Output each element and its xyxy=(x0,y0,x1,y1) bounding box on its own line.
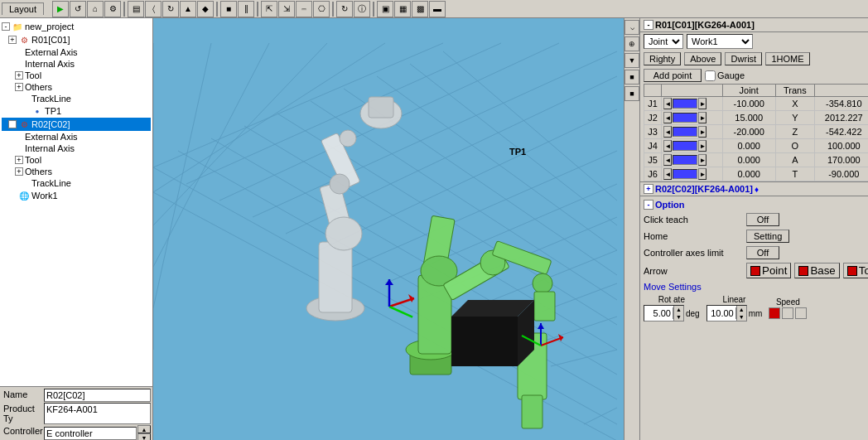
tree-item-r02[interactable]: -⚙R02[C02] xyxy=(2,118,151,131)
rect-icon[interactable]: ■ xyxy=(220,1,237,17)
speed-box-1[interactable] xyxy=(769,307,780,319)
above-btn[interactable]: Above xyxy=(684,52,721,65)
tree-expand-tool_2[interactable]: + xyxy=(15,156,23,164)
tree-item-others_1[interactable]: +Others xyxy=(2,81,151,93)
tree-expand-r02[interactable]: - xyxy=(8,120,17,128)
gauge-checkbox[interactable] xyxy=(705,70,716,81)
joint-controls-J1[interactable]: ◄ ► xyxy=(662,97,722,111)
scroll-down-btn[interactable]: ▼ xyxy=(137,433,151,440)
side-icon-2[interactable]: ⊕ xyxy=(624,36,639,51)
linear-arrows[interactable]: ▲ ▼ xyxy=(736,306,746,321)
joint-controls-J5[interactable]: ◄ ► xyxy=(662,153,722,167)
tree-expand-r01[interactable]: + xyxy=(8,36,17,44)
joint-left-J3[interactable]: ◄ xyxy=(663,126,672,138)
joint-left-J1[interactable]: ◄ xyxy=(663,98,672,109)
joint-right-J5[interactable]: ► xyxy=(698,154,706,166)
view-icon[interactable]: 〈 xyxy=(145,1,162,17)
tree-item-tool_1[interactable]: +Tool xyxy=(2,70,151,81)
joint-controls-J4[interactable]: ◄ ► xyxy=(662,139,722,153)
tree-expand-others_2[interactable]: + xyxy=(15,167,23,176)
home-setting-btn[interactable]: Setting xyxy=(746,230,789,243)
sq1-icon[interactable]: ▣ xyxy=(377,1,393,17)
joint-controls-J2[interactable]: ◄ ► xyxy=(662,111,722,125)
linear-down-btn[interactable]: ▼ xyxy=(736,313,746,321)
tree-item-trackline_2[interactable]: TrackLine xyxy=(2,177,151,189)
tool-arrow-btn[interactable]: Tool xyxy=(843,263,868,278)
joint-right-J1[interactable]: ► xyxy=(698,98,706,109)
side-icon-1[interactable]: ⌵ xyxy=(624,20,639,35)
sq4-icon[interactable]: ▬ xyxy=(429,1,446,17)
add-point-btn[interactable]: Add point xyxy=(644,69,702,82)
joint-controls-J6[interactable]: ◄ ► xyxy=(662,167,722,181)
tree-item-root[interactable]: -📁new_project xyxy=(2,20,151,33)
grid-icon[interactable]: ▤ xyxy=(128,1,144,17)
joint-left-J6[interactable]: ◄ xyxy=(663,168,672,180)
scroll-up-btn[interactable]: ▲ xyxy=(137,425,151,433)
arr2-icon[interactable]: ⇲ xyxy=(278,1,295,17)
info-icon[interactable]: ⓘ xyxy=(354,1,370,17)
side-icon-4[interactable]: ■ xyxy=(624,70,639,85)
joint-left-J4[interactable]: ◄ xyxy=(663,140,672,152)
rotate-icon[interactable]: ↻ xyxy=(162,1,179,17)
tree-expand-tool_1[interactable]: + xyxy=(15,71,23,80)
linear-spinbox[interactable]: 10.00 ▲ ▼ xyxy=(706,305,747,322)
sq2-icon[interactable]: ▦ xyxy=(394,1,411,17)
joint-right-J6[interactable]: ► xyxy=(698,168,706,180)
joint-left-J5[interactable]: ◄ xyxy=(663,154,672,166)
rotate-arrows[interactable]: ▲ ▼ xyxy=(673,306,683,321)
refresh-icon[interactable]: ▶ xyxy=(52,1,69,17)
base-arrow-btn[interactable]: Base xyxy=(794,263,839,278)
tree-expand-root[interactable]: - xyxy=(2,22,10,31)
joint-right-J4[interactable]: ► xyxy=(698,140,706,152)
undo-icon[interactable]: ↺ xyxy=(70,1,86,17)
arr1-icon[interactable]: ⇱ xyxy=(261,1,277,17)
layout-tab[interactable]: Layout xyxy=(2,2,44,15)
triangle-icon[interactable]: ▲ xyxy=(180,1,196,17)
viewport[interactable]: TP1 xyxy=(153,18,624,440)
rotate-spinbox[interactable]: 5.00 ▲ ▼ xyxy=(644,305,684,322)
joint-mode-select[interactable]: Joint xyxy=(644,34,683,49)
option-collapse-btn[interactable]: - xyxy=(644,200,653,210)
click-teach-btn[interactable]: Off xyxy=(746,213,779,226)
tree-item-work1[interactable]: 🌐Work1 xyxy=(2,189,151,202)
side-icon-5[interactable]: ■ xyxy=(624,86,639,101)
work-select[interactable]: Work1 xyxy=(687,34,753,49)
cycle-icon[interactable]: ↻ xyxy=(336,1,353,17)
rotate-up-btn[interactable]: ▲ xyxy=(673,306,683,313)
speed-box-3[interactable] xyxy=(795,307,807,319)
move-settings-label[interactable]: Move Settings xyxy=(644,280,868,293)
collapse-btn-2[interactable]: + xyxy=(644,184,653,194)
tree-item-int_axis_1[interactable]: Internal Axis xyxy=(2,58,151,70)
dwrist-btn[interactable]: Dwrist xyxy=(725,52,762,65)
joint-left-J2[interactable]: ◄ xyxy=(663,112,672,123)
copy-icon[interactable]: ⎓ xyxy=(296,1,312,17)
tree-item-int_axis_2[interactable]: Internal Axis xyxy=(2,143,151,154)
home-btn[interactable]: 1HOME xyxy=(765,52,809,65)
tree-item-ext_axis_2[interactable]: External Axis xyxy=(2,131,151,143)
tree-item-tool_2[interactable]: +Tool xyxy=(2,154,151,166)
collapse-btn-1[interactable]: - xyxy=(644,20,653,30)
option-header[interactable]: - Option xyxy=(644,198,868,211)
righty-btn[interactable]: Righty xyxy=(644,52,681,65)
settings-icon[interactable]: ⚙ xyxy=(104,1,121,17)
ctrl-axes-btn[interactable]: Off xyxy=(746,246,779,259)
sq3-icon[interactable]: ▩ xyxy=(412,1,428,17)
tree-item-ext_axis_1[interactable]: External Axis xyxy=(2,46,151,58)
joint-right-J3[interactable]: ► xyxy=(698,126,706,138)
tree-item-tp1[interactable]: ●TP1 xyxy=(2,104,151,118)
tree-item-others_2[interactable]: +Others xyxy=(2,166,151,177)
rotate-down-btn[interactable]: ▼ xyxy=(673,313,683,321)
home-icon[interactable]: ⌂ xyxy=(87,1,104,17)
point-arrow-btn[interactable]: Point xyxy=(746,263,791,278)
joint-right-J2[interactable]: ► xyxy=(698,112,706,123)
side-icon-3[interactable]: ▼ xyxy=(624,53,639,68)
linear-up-btn[interactable]: ▲ xyxy=(736,306,746,313)
diamond-icon[interactable]: ◆ xyxy=(197,1,214,17)
tree-item-r01[interactable]: +⚙R01[C01] xyxy=(2,33,151,46)
tree-expand-others_1[interactable]: + xyxy=(15,83,23,91)
joint-controls-J3[interactable]: ◄ ► xyxy=(662,125,722,139)
tree-item-trackline_1[interactable]: TrackLine xyxy=(2,93,151,104)
paste-icon[interactable]: ⎔ xyxy=(313,1,330,17)
pipe-icon[interactable]: ‖ xyxy=(238,1,254,17)
speed-box-2[interactable] xyxy=(782,307,793,319)
